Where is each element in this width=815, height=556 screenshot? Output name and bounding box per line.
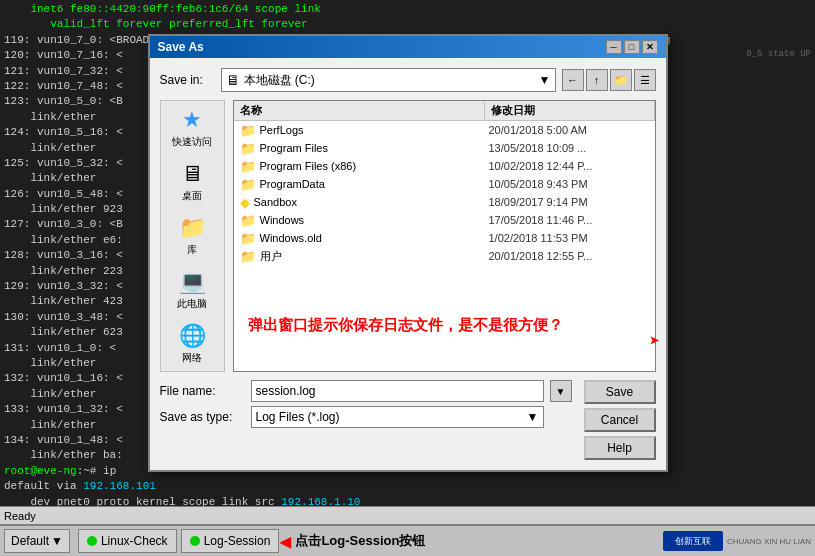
quick-access-label: 快速访问 xyxy=(172,135,212,149)
file-list-panel: 名称 修改日期 📁 PerfLogs 20/01/2018 5:00 AM � xyxy=(233,100,656,372)
taskbar-annotation-text: 点击Log-Session按钮 xyxy=(295,532,425,550)
shortcut-library[interactable]: 📁 库 xyxy=(163,215,221,257)
shortcuts-panel: ★ 快速访问 🖥 桌面 📁 库 💻 此电脑 xyxy=(160,100,225,372)
file-row-windows[interactable]: 📁 Windows 17/05/2018 11:46 P... xyxy=(234,211,655,229)
shortcut-this-pc[interactable]: 💻 此电脑 xyxy=(163,269,221,311)
shortcut-quick-access[interactable]: ★ 快速访问 xyxy=(163,107,221,149)
bottom-fields: File name: ▼ Save as type: Log Files (*.… xyxy=(160,380,572,460)
filename-input[interactable] xyxy=(251,380,544,402)
file-label-programfilesx86: Program Files (x86) xyxy=(260,160,357,172)
save-button[interactable]: Save xyxy=(584,380,656,404)
header-name: 名称 xyxy=(234,101,485,120)
file-label-programdata: ProgramData xyxy=(260,178,325,190)
dialog-content-area: ★ 快速访问 🖥 桌面 📁 库 💻 此电脑 xyxy=(160,100,656,372)
dialog-titlebar: Save As ─ □ ✕ xyxy=(150,36,666,58)
brand-area: 创新互联 CHUANG XIN HU LIAN xyxy=(663,531,811,551)
save-in-select[interactable]: 🖥 本地磁盘 (C:) ▼ xyxy=(221,68,556,92)
file-date-windowsold: 1/02/2018 11:53 PM xyxy=(483,232,653,244)
brand-subtitle: CHUANG XIN HU LIAN xyxy=(727,537,811,546)
new-folder-button[interactable]: 📁 xyxy=(610,69,632,91)
quick-access-icon: ★ xyxy=(182,107,202,133)
file-name-users: 📁 用户 xyxy=(236,249,483,264)
status-bar: Ready xyxy=(0,506,815,524)
log-session-label: Log-Session xyxy=(204,534,271,548)
help-button[interactable]: Help xyxy=(584,436,656,460)
file-row-sandbox[interactable]: ◆ Sandbox 18/09/2017 9:14 PM xyxy=(234,193,655,211)
back-button[interactable]: ← xyxy=(562,69,584,91)
file-row-programdata[interactable]: 📁 ProgramData 10/05/2018 9:43 PM xyxy=(234,175,655,193)
file-date-windows: 17/05/2018 11:46 P... xyxy=(483,214,653,226)
file-label-sandbox: Sandbox xyxy=(254,196,297,208)
default-dropdown[interactable]: Default ▼ xyxy=(4,529,70,553)
linux-check-label: Linux-Check xyxy=(101,534,168,548)
action-buttons: Save Cancel Help xyxy=(584,380,656,460)
shortcut-desktop[interactable]: 🖥 桌面 xyxy=(163,161,221,203)
desktop-icon: 🖥 xyxy=(181,161,203,187)
dialog-overlay: Save As ─ □ ✕ Save in: 🖥 本地磁盘 (C:) ▼ xyxy=(0,0,815,506)
linux-check-button[interactable]: Linux-Check xyxy=(78,529,177,553)
saveastype-select[interactable]: Log Files (*.log) ▼ xyxy=(251,406,544,428)
file-date-users: 20/01/2018 12:55 P... xyxy=(483,250,653,262)
view-button[interactable]: ☰ xyxy=(634,69,656,91)
file-row-programfiles[interactable]: 📁 Program Files 13/05/2018 10:09 ... xyxy=(234,139,655,157)
folder-icon-programdata: 📁 xyxy=(240,177,256,192)
file-name-programdata: 📁 ProgramData xyxy=(236,177,483,192)
filename-dropdown[interactable]: ▼ xyxy=(550,380,572,402)
up-button[interactable]: ↑ xyxy=(586,69,608,91)
file-name-sandbox: ◆ Sandbox xyxy=(236,195,483,210)
folder-icon-windows: 📁 xyxy=(240,213,256,228)
file-row-users[interactable]: 📁 用户 20/01/2018 12:55 P... xyxy=(234,247,655,265)
file-name-programfilesx86: 📁 Program Files (x86) xyxy=(236,159,483,174)
file-label-perflogs: PerfLogs xyxy=(260,124,304,136)
file-date-programdata: 10/05/2018 9:43 PM xyxy=(483,178,653,190)
close-button[interactable]: ✕ xyxy=(642,40,658,54)
save-in-value: 本地磁盘 (C:) xyxy=(244,72,315,89)
this-pc-label: 此电脑 xyxy=(177,297,207,311)
library-label: 库 xyxy=(187,243,197,257)
taskbar: Default ▼ Linux-Check Log-Session ◀ 点击Lo… xyxy=(0,524,815,556)
save-in-label: Save in: xyxy=(160,73,215,87)
dialog-title: Save As xyxy=(158,40,204,54)
file-name-programfiles: 📁 Program Files xyxy=(236,141,483,156)
minimize-button[interactable]: ─ xyxy=(606,40,622,54)
folder-icon-programfiles: 📁 xyxy=(240,141,256,156)
saveastype-value: Log Files (*.log) xyxy=(256,410,340,424)
dialog-body: Save in: 🖥 本地磁盘 (C:) ▼ ← ↑ 📁 ☰ xyxy=(150,58,666,470)
toolbar-icons: ← ↑ 📁 ☰ xyxy=(562,69,656,91)
file-label-programfiles: Program Files xyxy=(260,142,328,154)
filename-row: File name: ▼ xyxy=(160,380,572,402)
file-list-header: 名称 修改日期 xyxy=(234,101,655,121)
default-chevron: ▼ xyxy=(51,534,63,548)
file-label-windowsold: Windows.old xyxy=(260,232,322,244)
default-label: Default xyxy=(11,534,49,548)
file-date-programfilesx86: 10/02/2018 12:44 P... xyxy=(483,160,653,172)
saveastype-label: Save as type: xyxy=(160,410,245,424)
folder-icon-programfilesx86: 📁 xyxy=(240,159,256,174)
filename-label: File name: xyxy=(160,384,245,398)
cancel-button[interactable]: Cancel xyxy=(584,408,656,432)
folder-icon-perflogs: 📁 xyxy=(240,123,256,138)
log-session-dot xyxy=(190,536,200,546)
file-label-users: 用户 xyxy=(260,249,282,264)
file-row-programfilesx86[interactable]: 📁 Program Files (x86) 10/02/2018 12:44 P… xyxy=(234,157,655,175)
file-name-perflogs: 📁 PerfLogs xyxy=(236,123,483,138)
bottom-rows: File name: ▼ Save as type: Log Files (*.… xyxy=(160,380,656,460)
status-text: Ready xyxy=(4,510,36,522)
saveastype-dropdown-icon: ▼ xyxy=(527,410,539,424)
file-name-windows: 📁 Windows xyxy=(236,213,483,228)
saveastype-row: Save as type: Log Files (*.log) ▼ xyxy=(160,406,572,428)
shortcut-network[interactable]: 🌐 网络 xyxy=(163,323,221,365)
file-date-programfiles: 13/05/2018 10:09 ... xyxy=(483,142,653,154)
titlebar-controls: ─ □ ✕ xyxy=(606,40,658,54)
file-date-sandbox: 18/09/2017 9:14 PM xyxy=(483,196,653,208)
folder-icon-windowsold: 📁 xyxy=(240,231,256,246)
maximize-button[interactable]: □ xyxy=(624,40,640,54)
log-session-button[interactable]: Log-Session xyxy=(181,529,280,553)
file-row-perflogs[interactable]: 📁 PerfLogs 20/01/2018 5:00 AM xyxy=(234,121,655,139)
folder-icon-users: 📁 xyxy=(240,249,256,264)
save-in-select-text: 🖥 本地磁盘 (C:) xyxy=(226,72,315,89)
linux-check-dot xyxy=(87,536,97,546)
file-row-windowsold[interactable]: 📁 Windows.old 1/02/2018 11:53 PM xyxy=(234,229,655,247)
desktop-label: 桌面 xyxy=(182,189,202,203)
brand-logo: 创新互联 xyxy=(663,531,723,551)
